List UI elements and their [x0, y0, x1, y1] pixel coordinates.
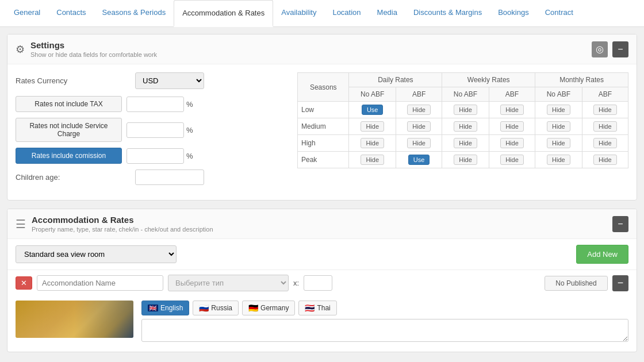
tax-pct-label: %	[186, 100, 193, 109]
nav-contacts[interactable]: Contacts	[48, 0, 94, 26]
daily-abf-header: ABF	[396, 87, 442, 102]
low-monthly-noabf-hide-button[interactable]: Hide	[547, 105, 570, 115]
peak-daily-noabf-hide-button[interactable]: Hide	[361, 155, 384, 165]
nav-discounts-margins[interactable]: Discounts & Margins	[405, 0, 490, 26]
high-monthly-abf-hide-button[interactable]: Hide	[593, 138, 617, 148]
tax-button[interactable]: Rates not include TAX	[16, 96, 122, 112]
settings-card-header: ⚙ Settings Show or hide data fields for …	[7, 34, 637, 64]
currency-row: Rates Currency USD	[16, 72, 286, 89]
accommodation-type-select[interactable]: Выберите тип	[168, 275, 289, 291]
flag-ru-icon: 🇷🇺	[199, 303, 209, 313]
high-daily-abf-hide-button[interactable]: Hide	[407, 138, 431, 148]
settings-left-panel: Rates Currency USD Rates not include TAX…	[16, 72, 286, 192]
service-pct-label: %	[186, 126, 193, 134]
monthly-abf-header: ABF	[582, 87, 628, 102]
lang-tab-russia[interactable]: 🇷🇺 Russia	[193, 301, 239, 315]
high-weekly-noabf-hide-button[interactable]: Hide	[454, 138, 477, 148]
nav-media[interactable]: Media	[369, 0, 405, 26]
commission-button[interactable]: Rates include comission	[16, 148, 122, 164]
lang-label-english: English	[160, 304, 183, 312]
low-monthly-abf-hide-button[interactable]: Hide	[593, 105, 617, 115]
low-daily-noabf-use-button[interactable]: Use	[362, 105, 384, 115]
table-row: Medium Hide Hide Hide Hide Hide Hide	[298, 118, 628, 135]
accommodation-subtitle: Property name, type, star rate, chek/in …	[32, 226, 213, 233]
medium-daily-noabf-hide-button[interactable]: Hide	[361, 121, 384, 132]
list-icon: ☰	[16, 217, 26, 231]
low-weekly-abf-hide-button[interactable]: Hide	[500, 105, 524, 115]
service-input[interactable]	[126, 122, 184, 138]
high-monthly-noabf-hide-button[interactable]: Hide	[547, 138, 570, 148]
commission-pct-group: 15 %	[126, 148, 193, 164]
children-age-label: Children age:	[16, 173, 131, 182]
settings-title: Settings	[30, 40, 157, 50]
lang-label-russia: Russia	[211, 304, 232, 312]
lang-tab-germany[interactable]: 🇩🇪 Germany	[242, 301, 295, 315]
language-tabs: 🇬🇧 English 🇷🇺 Russia 🇩🇪 Germany	[141, 301, 628, 315]
add-new-button[interactable]: Add New	[576, 245, 628, 264]
nav-seasons-periods[interactable]: Seasons & Periods	[94, 0, 174, 26]
commission-input[interactable]: 15	[126, 148, 184, 164]
low-weekly-noabf-hide-button[interactable]: Hide	[454, 105, 477, 115]
children-age-input[interactable]	[135, 170, 204, 185]
medium-weekly-noabf-hide-button[interactable]: Hide	[454, 121, 477, 132]
flag-uk-icon: 🇬🇧	[148, 305, 158, 311]
x-count-input[interactable]: 32	[304, 275, 332, 291]
high-weekly-abf-hide-button[interactable]: Hide	[500, 138, 524, 148]
tax-row: Rates not include TAX %	[16, 96, 286, 112]
lang-tab-thai[interactable]: 🇹🇭 Thai	[298, 301, 336, 315]
nav-general[interactable]: General	[6, 0, 48, 26]
lang-tab-english[interactable]: 🇬🇧 English	[141, 301, 189, 315]
nav-contract[interactable]: Contract	[537, 0, 581, 26]
accommodation-item-row: ✕ Выберите тип x: 32 No Published −	[7, 269, 637, 296]
medium-monthly-abf-hide-button[interactable]: Hide	[593, 121, 617, 132]
globe-button[interactable]: ◎	[592, 41, 608, 57]
tax-pct-group: %	[126, 97, 193, 112]
collapse-accommodation-button[interactable]: −	[612, 216, 628, 232]
settings-icon: ⚙	[16, 43, 25, 56]
commission-pct-label: %	[186, 152, 193, 160]
description-textarea[interactable]	[141, 319, 628, 342]
peak-daily-abf-use-button[interactable]: Use	[408, 155, 430, 165]
flag-de-icon: 🇩🇪	[248, 303, 258, 313]
accommodation-title-group: Accommodation & Rates Property name, typ…	[32, 215, 213, 233]
accommodation-name-input[interactable]	[37, 275, 163, 291]
children-age-row: Children age:	[16, 170, 286, 185]
remove-accommodation-button[interactable]: ✕	[16, 276, 32, 290]
currency-select[interactable]: USD	[135, 72, 204, 89]
image-overlay	[16, 301, 133, 338]
settings-body: Rates Currency USD Rates not include TAX…	[7, 64, 637, 200]
settings-header-left: ⚙ Settings Show or hide data fields for …	[16, 40, 157, 58]
rates-table: Seasons Daily Rates Weekly Rates Monthly…	[297, 72, 628, 168]
collapse-item-button[interactable]: −	[612, 275, 628, 291]
no-published-button[interactable]: No Published	[545, 276, 608, 291]
medium-monthly-noabf-hide-button[interactable]: Hide	[547, 121, 570, 132]
weekly-abf-header: ABF	[489, 87, 535, 102]
settings-title-group: Settings Show or hide data fields for co…	[30, 40, 157, 58]
medium-daily-abf-hide-button[interactable]: Hide	[407, 121, 431, 132]
accommodation-detail: 🇬🇧 English 🇷🇺 Russia 🇩🇪 Germany	[7, 296, 637, 352]
monthly-noabf-header: No ABF	[535, 87, 582, 102]
weekly-rates-header: Weekly Rates	[442, 73, 535, 87]
peak-weekly-abf-hide-button[interactable]: Hide	[500, 155, 524, 165]
high-daily-noabf-hide-button[interactable]: Hide	[361, 138, 384, 148]
low-daily-abf-hide-button[interactable]: Hide	[407, 105, 431, 115]
table-row: High Hide Hide Hide Hide Hide Hide	[298, 135, 628, 152]
nav-accommodation-rates[interactable]: Accommodation & Rates	[174, 0, 273, 27]
peak-weekly-noabf-hide-button[interactable]: Hide	[454, 155, 477, 165]
peak-monthly-abf-hide-button[interactable]: Hide	[593, 155, 617, 165]
accommodation-image	[16, 301, 133, 338]
currency-label: Rates Currency	[16, 76, 131, 85]
nav-bookings[interactable]: Bookings	[490, 0, 536, 26]
peak-monthly-noabf-hide-button[interactable]: Hide	[547, 155, 570, 165]
lang-label-germany: Germany	[260, 304, 289, 312]
tax-input[interactable]	[126, 97, 184, 112]
service-charge-button[interactable]: Rates not include Service Charge	[16, 118, 122, 142]
accommodation-header-left: ☰ Accommodation & Rates Property name, t…	[16, 215, 213, 233]
medium-weekly-abf-hide-button[interactable]: Hide	[500, 121, 524, 132]
nav-availability[interactable]: Availability	[273, 0, 324, 26]
collapse-settings-button[interactable]: −	[612, 41, 628, 57]
room-type-dropdown[interactable]: Standard sea view room	[16, 245, 177, 263]
nav-location[interactable]: Location	[324, 0, 369, 26]
service-charge-row: Rates not include Service Charge %	[16, 118, 286, 142]
accommodation-card: ☰ Accommodation & Rates Property name, t…	[7, 209, 637, 352]
